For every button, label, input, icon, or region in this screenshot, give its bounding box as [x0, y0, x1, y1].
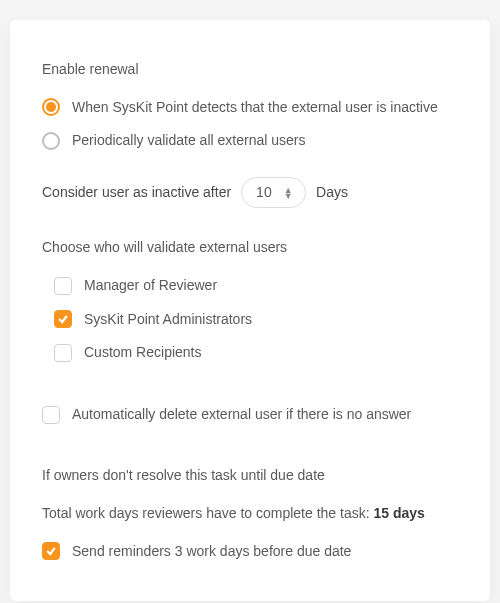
checkbox-label: Automatically delete external user if th…	[72, 405, 411, 425]
checkbox-custom-recipients[interactable]: Custom Recipients	[54, 343, 458, 363]
validators-title: Choose who will validate external users	[42, 238, 458, 258]
enable-renewal-title: Enable renewal	[42, 60, 458, 80]
validators-group: Manager of Reviewer SysKit Point Adminis…	[42, 276, 458, 363]
radio-icon	[42, 132, 60, 150]
inactive-after-suffix: Days	[316, 183, 348, 203]
checkbox-syskit-admins[interactable]: SysKit Point Administrators	[54, 310, 458, 330]
enable-renewal-radio-group: When SysKit Point detects that the exter…	[42, 98, 458, 151]
inactive-after-prefix: Consider user as inactive after	[42, 183, 231, 203]
due-date-intro: If owners don't resolve this task until …	[42, 466, 458, 486]
checkbox-manager-of-reviewer[interactable]: Manager of Reviewer	[54, 276, 458, 296]
checkbox-auto-delete[interactable]: Automatically delete external user if th…	[42, 405, 458, 425]
radio-label: When SysKit Point detects that the exter…	[72, 98, 438, 118]
total-work-days-value: 15 days	[373, 505, 424, 521]
settings-card: Enable renewal When SysKit Point detects…	[10, 20, 490, 601]
checkbox-icon	[54, 344, 72, 362]
checkbox-label: Send reminders 3 work days before due da…	[72, 542, 351, 562]
checkbox-send-reminders[interactable]: Send reminders 3 work days before due da…	[42, 542, 458, 562]
checkbox-icon	[54, 277, 72, 295]
stepper-arrows-icon: ▲▼	[284, 187, 293, 199]
radio-option-periodic-validate[interactable]: Periodically validate all external users	[42, 131, 458, 151]
inactive-days-value: 10	[256, 183, 272, 203]
checkbox-icon	[42, 542, 60, 560]
total-work-days-line: Total work days reviewers have to comple…	[42, 504, 458, 524]
total-work-days-prefix: Total work days reviewers have to comple…	[42, 505, 373, 521]
inactive-after-row: Consider user as inactive after 10 ▲▼ Da…	[42, 177, 458, 209]
checkbox-label: SysKit Point Administrators	[84, 310, 252, 330]
checkbox-icon	[54, 310, 72, 328]
inactive-days-stepper[interactable]: 10 ▲▼	[241, 177, 306, 209]
radio-label: Periodically validate all external users	[72, 131, 305, 151]
checkbox-icon	[42, 406, 60, 424]
radio-option-inactive-detect[interactable]: When SysKit Point detects that the exter…	[42, 98, 458, 118]
radio-icon	[42, 98, 60, 116]
checkbox-label: Manager of Reviewer	[84, 276, 217, 296]
checkbox-label: Custom Recipients	[84, 343, 202, 363]
